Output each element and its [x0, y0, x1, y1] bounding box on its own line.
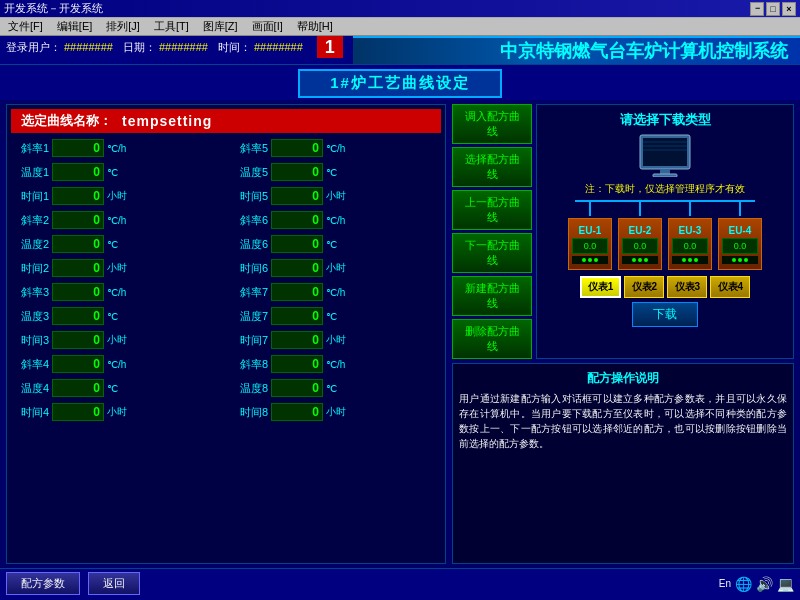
tray-icon-3: 💻: [777, 576, 794, 592]
param-row-left-10: 温度4 ℃: [11, 377, 222, 399]
param-row-right-10: 温度8 ℃: [230, 377, 441, 399]
param-input-left-3[interactable]: [52, 211, 104, 229]
menu-screen[interactable]: 画面[I]: [248, 18, 287, 35]
info-bar: 登录用户： ######## 日期： ######## 时间： ########…: [0, 36, 353, 58]
param-input-left-2[interactable]: [52, 187, 104, 205]
download-button[interactable]: 下载: [632, 302, 698, 327]
svg-rect-6: [653, 174, 677, 177]
param-label-right-6: 斜率7: [230, 285, 268, 300]
param-unit-right-8: 小时: [326, 333, 350, 347]
curve-name-value: tempsetting: [122, 113, 212, 129]
back-button[interactable]: 返回: [88, 572, 140, 595]
menu-tools[interactable]: 工具[T]: [150, 18, 193, 35]
time-info: 时间： ########: [218, 40, 303, 55]
minimize-button[interactable]: －: [750, 2, 764, 16]
menu-library[interactable]: 图库[Z]: [199, 18, 242, 35]
instrument-area: 请选择下载类型 注：下载时，仅选择管理程序才有效: [536, 104, 794, 359]
param-input-right-11[interactable]: [271, 403, 323, 421]
param-row-right-0: 斜率5 ℃/h: [230, 137, 441, 159]
param-label-left-9: 斜率4: [11, 357, 49, 372]
param-unit-right-3: ℃/h: [326, 215, 350, 226]
param-input-right-2[interactable]: [271, 187, 323, 205]
instrument-btn-row: 仪表1仪表2仪表3仪表4: [543, 276, 787, 298]
param-input-left-6[interactable]: [52, 283, 104, 301]
param-input-left-7[interactable]: [52, 307, 104, 325]
param-input-right-5[interactable]: [271, 259, 323, 277]
param-unit-right-2: 小时: [326, 189, 350, 203]
param-row-right-9: 斜率8 ℃/h: [230, 353, 441, 375]
params-right-col: 斜率5 ℃/h 温度5 ℃ 时间5 小时 斜率6 ℃/h 温度6 ℃ 时间6 小…: [230, 137, 441, 423]
param-input-left-9[interactable]: [52, 355, 104, 373]
param-input-left-5[interactable]: [52, 259, 104, 277]
param-input-left-4[interactable]: [52, 235, 104, 253]
param-input-left-8[interactable]: [52, 331, 104, 349]
param-unit-right-10: ℃: [326, 383, 350, 394]
param-input-left-0[interactable]: [52, 139, 104, 157]
system-logo: 1: [317, 36, 343, 58]
eu-device-1: EU-2 0.0: [618, 218, 662, 270]
param-input-right-10[interactable]: [271, 379, 323, 397]
instrument-btn-1[interactable]: 仪表2: [624, 276, 664, 298]
param-unit-right-4: ℃: [326, 239, 350, 250]
param-unit-right-0: ℃/h: [326, 143, 350, 154]
param-input-right-1[interactable]: [271, 163, 323, 181]
maximize-button[interactable]: □: [766, 2, 780, 16]
right-top: 调入配方曲线选择配方曲线上一配方曲线下一配方曲线新建配方曲线删除配方曲线 请选择…: [452, 104, 794, 359]
param-row-right-2: 时间5 小时: [230, 185, 441, 207]
bottom-bar: 配方参数 返回 En 🌐 🔊 💻: [0, 568, 800, 598]
eu-device-3: EU-4 0.0: [718, 218, 762, 270]
param-label-left-0: 斜率1: [11, 141, 49, 156]
instrument-btn-2[interactable]: 仪表3: [667, 276, 707, 298]
menu-bar: 文件[F] 编辑[E] 排列[J] 工具[T] 图库[Z] 画面[I] 帮助[H…: [0, 18, 800, 36]
monitor-svg: [635, 133, 695, 177]
close-button[interactable]: ×: [782, 2, 796, 16]
description-area: 配方操作说明 用户通过新建配方输入对话框可以建立多种配方参数表，并且可以永久保存…: [452, 363, 794, 564]
param-input-left-11[interactable]: [52, 403, 104, 421]
action-btn-0[interactable]: 调入配方曲线: [452, 104, 532, 144]
param-input-right-8[interactable]: [271, 331, 323, 349]
eu-row: EU-1 0.0 EU-2 0.0: [543, 200, 787, 270]
param-label-left-3: 斜率2: [11, 213, 49, 228]
recipe-params-button[interactable]: 配方参数: [6, 572, 80, 595]
param-input-right-3[interactable]: [271, 211, 323, 229]
action-btn-3[interactable]: 下一配方曲线: [452, 233, 532, 273]
param-input-right-6[interactable]: [271, 283, 323, 301]
menu-arrange[interactable]: 排列[J]: [102, 18, 144, 35]
param-input-right-4[interactable]: [271, 235, 323, 253]
window-controls: － □ ×: [750, 2, 796, 16]
param-row-left-9: 斜率4 ℃/h: [11, 353, 222, 375]
param-input-left-10[interactable]: [52, 379, 104, 397]
param-label-left-11: 时间4: [11, 405, 49, 420]
param-input-left-1[interactable]: [52, 163, 104, 181]
eu-label-2: EU-3: [679, 225, 702, 236]
param-label-right-5: 时间6: [230, 261, 268, 276]
eu-screen-1: 0.0: [622, 238, 658, 254]
param-input-right-9[interactable]: [271, 355, 323, 373]
param-label-right-11: 时间8: [230, 405, 268, 420]
param-row-left-0: 斜率1 ℃/h: [11, 137, 222, 159]
download-notice: 注：下载时，仅选择管理程序才有效: [543, 182, 787, 196]
param-unit-right-1: ℃: [326, 167, 350, 178]
param-label-right-4: 温度6: [230, 237, 268, 252]
params-left-col: 斜率1 ℃/h 温度1 ℃ 时间1 小时 斜率2 ℃/h 温度2 ℃ 时间2 小…: [11, 137, 222, 423]
param-unit-left-10: ℃: [107, 383, 131, 394]
param-input-right-0[interactable]: [271, 139, 323, 157]
param-label-right-9: 斜率8: [230, 357, 268, 372]
instrument-btn-3[interactable]: 仪表4: [710, 276, 750, 298]
action-btn-2[interactable]: 上一配方曲线: [452, 190, 532, 230]
param-row-right-4: 温度6 ℃: [230, 233, 441, 255]
action-btn-1[interactable]: 选择配方曲线: [452, 147, 532, 187]
params-grid: 斜率1 ℃/h 温度1 ℃ 时间1 小时 斜率2 ℃/h 温度2 ℃ 时间2 小…: [11, 137, 441, 423]
page-title: 1#炉工艺曲线设定: [298, 69, 502, 98]
menu-help[interactable]: 帮助[H]: [293, 18, 337, 35]
menu-file[interactable]: 文件[F]: [4, 18, 47, 35]
action-btn-5[interactable]: 删除配方曲线: [452, 319, 532, 359]
param-input-right-7[interactable]: [271, 307, 323, 325]
param-unit-right-6: ℃/h: [326, 287, 350, 298]
action-btn-4[interactable]: 新建配方曲线: [452, 276, 532, 316]
main-content: 选定曲线名称： tempsetting 斜率1 ℃/h 温度1 ℃ 时间1 小时…: [0, 100, 800, 568]
menu-edit[interactable]: 编辑[E]: [53, 18, 96, 35]
instrument-btn-0[interactable]: 仪表1: [580, 276, 622, 298]
param-unit-left-1: ℃: [107, 167, 131, 178]
param-row-right-7: 温度7 ℃: [230, 305, 441, 327]
